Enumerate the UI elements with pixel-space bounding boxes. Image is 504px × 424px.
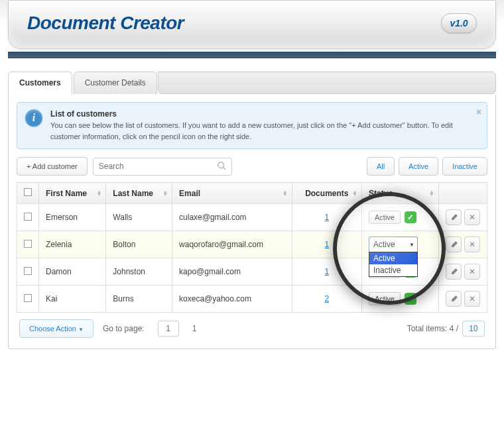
sort-icon: ▲▼ <box>283 191 288 196</box>
table-row: ZeleniaBoltonwaqorofaro@gmail.com1Active… <box>17 231 487 258</box>
cell-last: Bolton <box>106 231 172 258</box>
delete-button[interactable]: ✕ <box>464 209 480 225</box>
info-title: List of customers <box>50 109 479 119</box>
status-pill[interactable]: Active <box>369 292 401 305</box>
tab-customer-details[interactable]: Customer Details <box>74 72 157 94</box>
filter-inactive-button[interactable]: Inactive <box>442 157 487 176</box>
svg-line-1 <box>223 167 225 170</box>
col-docs[interactable]: Documents▲▼ <box>292 183 361 204</box>
page-total: 1 <box>192 324 197 333</box>
tab-customers[interactable]: Customers <box>8 72 72 94</box>
col-status[interactable]: Status▲▼ <box>362 183 439 204</box>
cell-email: kapo@gmail.com <box>172 258 292 286</box>
sort-icon: ▲▼ <box>429 191 434 196</box>
app-title: Document Creator <box>27 13 184 34</box>
cell-email: koxeca@yahoo.com <box>172 286 292 313</box>
documents-link[interactable]: 1 <box>324 267 329 276</box>
cell-first: Emerson <box>39 204 106 231</box>
documents-link[interactable]: 1 <box>324 240 329 249</box>
app-header: Document Creator v1.0 <box>8 0 496 49</box>
cell-last: Johnston <box>106 258 172 286</box>
version-badge: v1.0 <box>441 13 477 33</box>
cell-last: Walls <box>106 204 172 231</box>
documents-link[interactable]: 1 <box>324 213 329 222</box>
cell-first: Kai <box>39 286 106 313</box>
cell-status: Active✓ <box>362 286 439 313</box>
info-text: You can see below the list of customers.… <box>50 120 479 142</box>
cell-last: Burns <box>106 286 172 313</box>
sort-icon: ▲▼ <box>162 191 168 196</box>
col-actions <box>439 183 487 204</box>
col-check <box>17 183 39 204</box>
goto-page-label: Go to page: <box>103 324 145 333</box>
header-ribbon <box>8 52 496 58</box>
sort-icon: ▲▼ <box>96 191 101 196</box>
tab-strip-bg <box>158 72 496 94</box>
row-checkbox[interactable] <box>24 213 32 221</box>
status-dropdown-list[interactable]: ActiveInactive <box>369 252 418 277</box>
col-last[interactable]: Last Name▲▼ <box>106 183 172 204</box>
table-footer: Choose Action ▼ Go to page: 1 1 Total it… <box>17 313 487 341</box>
col-email[interactable]: Email▲▼ <box>172 183 292 204</box>
cell-email: waqorofaro@gmail.com <box>172 231 292 258</box>
choose-action-dropdown[interactable]: Choose Action ▼ <box>19 319 94 338</box>
delete-button[interactable]: ✕ <box>464 291 480 307</box>
check-icon: ✓ <box>405 211 416 223</box>
filter-all-button[interactable]: All <box>367 157 395 176</box>
check-icon: ✓ <box>405 293 416 305</box>
close-icon[interactable]: × <box>476 107 481 117</box>
table-row: KaiBurnskoxeca@yahoo.com2Active✓✕ <box>17 286 487 313</box>
info-box: i List of customers You can see below th… <box>17 102 487 149</box>
status-pill[interactable]: Active <box>369 211 401 224</box>
status-option[interactable]: Inactive <box>369 264 417 276</box>
info-icon: i <box>25 109 42 127</box>
page-input[interactable]: 1 <box>158 321 179 337</box>
svg-point-0 <box>218 162 224 168</box>
search-icon <box>217 161 226 172</box>
delete-button[interactable]: ✕ <box>464 264 480 280</box>
cell-first: Damon <box>39 258 106 286</box>
chevron-down-icon: ▼ <box>78 327 84 333</box>
edit-button[interactable] <box>446 264 462 280</box>
edit-button[interactable] <box>446 237 462 252</box>
chevron-down-icon: ▼ <box>409 242 414 248</box>
table-row: EmersonWallsculaxe@gmail.com1Active✓✕ <box>17 204 487 231</box>
search-input[interactable] <box>99 162 217 171</box>
status-option[interactable]: Active <box>369 252 417 264</box>
edit-button[interactable] <box>446 209 462 225</box>
row-checkbox[interactable] <box>24 240 32 248</box>
add-customer-button[interactable]: + Add customer <box>17 157 88 176</box>
main-panel: i List of customers You can see below th… <box>8 94 496 349</box>
delete-button[interactable]: ✕ <box>464 237 480 252</box>
sort-icon: ▲▼ <box>352 191 357 196</box>
search-input-wrap[interactable] <box>93 158 232 176</box>
cell-status: Active✓ <box>362 204 439 231</box>
cell-email: culaxe@gmail.com <box>172 204 292 231</box>
customers-table: First Name▲▼ Last Name▲▼ Email▲▼ Documen… <box>17 182 487 313</box>
col-first[interactable]: First Name▲▼ <box>39 183 106 204</box>
filter-active-button[interactable]: Active <box>399 157 438 176</box>
select-all-checkbox[interactable] <box>24 188 32 196</box>
cell-first: Zelenia <box>39 231 106 258</box>
documents-link[interactable]: 2 <box>324 294 329 303</box>
per-page-select[interactable]: 10 <box>462 321 485 337</box>
status-dropdown[interactable]: Active▼ActiveInactive <box>369 237 418 252</box>
cell-status: Active▼ActiveInactive <box>362 231 439 258</box>
edit-button[interactable] <box>446 291 462 307</box>
toolbar: + Add customer All Active Inactive <box>17 157 487 176</box>
tab-bar: CustomersCustomer Details <box>8 72 496 94</box>
total-items-label: Total items: 4 / <box>407 324 458 333</box>
row-checkbox[interactable] <box>24 267 32 275</box>
row-checkbox[interactable] <box>24 294 32 302</box>
